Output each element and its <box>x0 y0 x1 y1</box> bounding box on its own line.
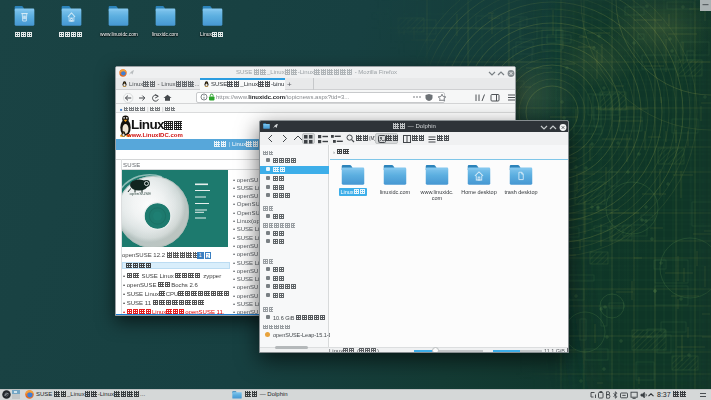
svg-text:openSUSE: openSUSE <box>130 191 152 196</box>
